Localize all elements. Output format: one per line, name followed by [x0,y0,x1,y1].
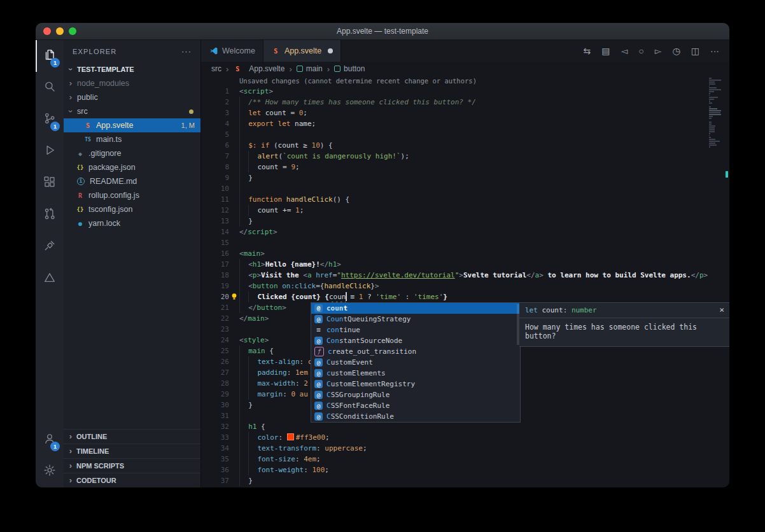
tree-item-node_modules[interactable]: ›node_modules [64,76,200,90]
line-number[interactable]: 10 [201,183,229,194]
code-line-18[interactable]: 18<p>Visit the <a href="https://svelte.d… [201,270,729,281]
code-line-9[interactable]: 9} [201,172,729,183]
line-number[interactable]: 29 [201,389,229,400]
close-icon[interactable]: × [719,305,724,314]
tree-item-yarn.lock[interactable]: ●yarn.lock [64,216,200,230]
code-line-11[interactable]: 11function handleClick() { [201,194,729,205]
more-actions-icon[interactable]: ··· [181,46,192,56]
line-number[interactable]: 37 [201,475,229,486]
notebook-icon[interactable]: ▤ [601,46,610,55]
split-editor-icon[interactable]: ◫ [691,46,699,55]
code-line-19[interactable]: 19<button on:click={handleClick}> [201,281,729,291]
code-line-13[interactable]: 13} [201,216,729,227]
suggestion-CustomEvent[interactable]: @CustomEvent [311,357,520,368]
suggestion-customElements[interactable]: @customElements [311,368,520,379]
activity-explorer[interactable]: 1 [36,40,64,72]
code-line-14[interactable]: 14</script> [201,227,729,237]
tree-item-rollup.config.js[interactable]: Rrollup.config.js [64,188,200,202]
suggestion-continue[interactable]: ≡continue [311,325,520,335]
code-line-37[interactable]: 37} [201,475,729,486]
activity-testing[interactable] [36,263,64,295]
zoom-button[interactable] [69,27,76,35]
line-number[interactable]: 18 [201,270,229,281]
annotations-icon[interactable]: ○ [638,46,643,55]
activity-remote[interactable] [36,231,64,263]
code-line-33[interactable]: 33color: #ff3e00; [201,432,729,443]
line-number[interactable]: 7 [201,151,229,162]
activity-github-pull-requests[interactable] [36,199,64,231]
line-number[interactable]: 17 [201,259,229,270]
line-number[interactable]: 28 [201,378,229,389]
line-number[interactable]: 31 [201,410,229,421]
breadcrumb-item-main[interactable]: main [297,64,323,73]
timeline-icon[interactable]: ◷ [673,46,680,55]
lightbulb-icon[interactable] [230,293,238,300]
line-number[interactable]: 21 [201,302,229,313]
tree-item-tsconfig.json[interactable]: {}tsconfig.json [64,202,200,216]
suggestion-CSSGroupingRule[interactable]: @CSSGroupingRule [311,389,520,400]
code-line-5[interactable]: 5 [201,129,729,140]
code-line-34[interactable]: 34text-transform: uppercase; [201,443,729,454]
line-number[interactable]: 24 [201,335,229,346]
next-change-icon[interactable]: ▻ [655,46,662,55]
line-number[interactable]: 11 [201,194,229,205]
suggestion-ConstantSourceNode[interactable]: @ConstantSourceNode [311,335,520,346]
line-number[interactable]: 19 [201,281,229,291]
line-number[interactable]: 14 [201,227,229,237]
previous-change-icon[interactable]: ◅ [621,46,628,55]
title-bar[interactable]: App.svelte — test-template [36,23,729,40]
line-number[interactable]: 30 [201,400,229,410]
line-number[interactable]: 1 [201,86,229,97]
sidebar-section-npm-scripts[interactable]: ›NPM SCRIPTS [64,458,200,473]
code-line-2[interactable]: 2/** How many times has someone clicked … [201,97,729,108]
line-number[interactable]: 22 [201,313,229,324]
line-number[interactable]: 4 [201,118,229,129]
line-number[interactable]: 13 [201,216,229,227]
tree-item-package.json[interactable]: {}package.json [64,160,200,174]
code-line-6[interactable]: 6$: if (count ≥ 10) { [201,140,729,151]
git-compare-icon[interactable]: ⇆ [584,46,591,55]
tab-welcome[interactable]: Welcome [201,40,263,62]
line-number[interactable]: 32 [201,421,229,432]
suggestion-create_out_transition[interactable]: ƒcreate_out_transition [311,346,520,357]
line-number[interactable]: 23 [201,324,229,335]
code-line-35[interactable]: 35font-size: 4em; [201,454,729,465]
code-line-10[interactable]: 10 [201,183,729,194]
line-number[interactable]: 26 [201,356,229,367]
line-number[interactable]: 36 [201,465,229,475]
code-line-8[interactable]: 8count = 9; [201,162,729,172]
project-section-header[interactable]: › TEST-TEMPLATE [64,62,200,76]
tree-item-src[interactable]: ›src [64,104,200,118]
tree-item-public[interactable]: ›public [64,90,200,104]
code-line-32[interactable]: 32h1 { [201,421,729,432]
code-line-4[interactable]: 4export let name; [201,118,729,129]
code-line-17[interactable]: 17<h1>Hello {name}!</h1> [201,259,729,270]
line-number[interactable]: 9 [201,172,229,183]
line-number[interactable]: 20 [201,291,229,302]
close-button[interactable] [43,27,51,35]
minimap[interactable] [709,78,722,148]
tree-item-App.svelte[interactable]: SApp.svelte1, M [64,118,200,132]
code-line-12[interactable]: 12count += 1; [201,205,729,216]
sidebar-section-codetour[interactable]: ›CODETOUR [64,473,200,487]
minimize-button[interactable] [56,27,64,35]
tree-item-README.md[interactable]: iREADME.md [64,174,200,188]
activity-search[interactable] [36,72,64,104]
line-number[interactable]: 2 [201,97,229,108]
line-number[interactable]: 35 [201,454,229,465]
breadcrumb-item-button[interactable]: button [334,64,365,73]
line-number[interactable]: 5 [201,129,229,140]
line-number[interactable]: 3 [201,108,229,118]
breadcrumb-item-app-svelte[interactable]: SApp.svelte [233,64,284,73]
editor-pane[interactable]: Unsaved changes (cannot determine recent… [201,76,729,487]
code-line-16[interactable]: 16<main> [201,248,729,259]
code-line-15[interactable]: 15 [201,237,729,248]
suggestion-CSSConditionRule[interactable]: @CSSConditionRule [311,411,520,422]
activity-run-debug[interactable] [36,136,64,167]
code-line-3[interactable]: 3let count = 0; [201,108,729,118]
suggestion-CountQueuingStrategy[interactable]: @CountQueuingStrategy [311,314,520,325]
line-number[interactable]: 27 [201,367,229,378]
activity-source-control[interactable]: 1 [36,104,64,136]
more-actions-icon[interactable]: ··· [710,46,719,55]
line-number[interactable]: 6 [201,140,229,151]
